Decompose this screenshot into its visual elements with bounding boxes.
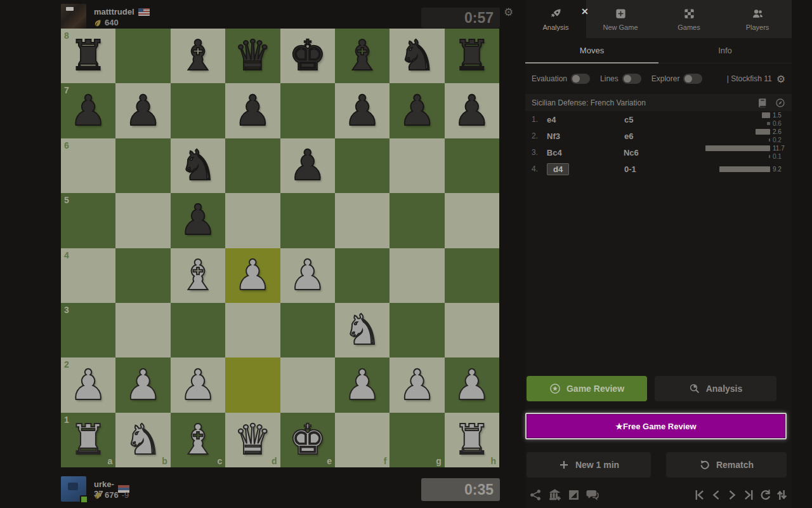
square-g4[interactable] [390,248,444,303]
square-h1[interactable]: h♜ [445,413,499,467]
free-game-review-button[interactable]: ★Free Game Review [525,413,787,439]
tab-new-game[interactable]: New Game [586,0,655,38]
square-f6[interactable] [335,138,390,193]
square-g5[interactable] [390,193,444,248]
square-c8[interactable]: ♝ [171,29,225,83]
square-g3[interactable] [390,303,444,358]
square-a5[interactable]: 5 [61,193,115,248]
square-f7[interactable]: ♟ [335,83,390,138]
black-move-0-1[interactable]: 0-1 [624,164,636,174]
square-f4[interactable] [335,248,390,303]
black-move-e6[interactable]: e6 [624,131,633,141]
square-b4[interactable] [115,248,170,303]
previous-move-icon[interactable] [710,489,722,501]
black-move-c5[interactable]: c5 [624,115,633,124]
library-add-icon[interactable] [548,488,561,502]
rematch-button[interactable]: Rematch [666,452,787,478]
square-a3[interactable]: 3 [61,303,115,358]
tab-games[interactable]: Games [655,0,723,38]
evaluation-toggle[interactable]: Evaluation [532,74,590,84]
square-h5[interactable] [445,193,499,248]
square-e7[interactable] [280,83,335,138]
square-e2[interactable] [280,358,335,412]
square-c4[interactable]: ♝ [171,248,225,303]
square-a6[interactable]: 6 [61,138,115,193]
square-g7[interactable]: ♟ [390,83,444,138]
square-d7[interactable]: ♟ [225,83,280,138]
square-d8[interactable]: ♛ [225,29,280,83]
square-h8[interactable]: ♜ [445,29,499,83]
square-c1[interactable]: c♝ [171,413,225,467]
square-d1[interactable]: d♛ [225,413,280,467]
square-h3[interactable] [445,303,499,358]
square-a2[interactable]: 2♟ [61,358,115,412]
white-move-Bc4[interactable]: Bc4 [547,148,562,157]
square-e4[interactable]: ♟ [280,248,335,303]
square-g6[interactable] [390,138,444,193]
reload-icon[interactable] [759,489,771,501]
square-d6[interactable] [225,138,280,193]
square-h4[interactable] [445,248,499,303]
square-e8[interactable]: ♚ [280,29,335,83]
square-h7[interactable]: ♟ [445,83,499,138]
square-a7[interactable]: 7♟ [61,83,115,138]
top-player-avatar[interactable] [61,4,86,29]
square-g2[interactable]: ♟ [390,358,444,412]
white-move-d4[interactable]: d4 [547,163,569,175]
square-a8[interactable]: 8♜ [61,29,115,83]
black-move-Nc6[interactable]: Nc6 [624,148,639,157]
square-e6[interactable]: ♟ [280,138,335,193]
square-e3[interactable] [280,303,335,358]
explorer-toggle[interactable]: Explorer [652,74,703,84]
square-b2[interactable]: ♟ [115,358,170,412]
tab-players[interactable]: Players [723,0,792,38]
engine-settings-gear-icon[interactable]: ⚙ [776,73,785,85]
subtab-moves[interactable]: Moves [525,38,658,63]
top-player-name[interactable]: matttrudel [94,7,134,17]
square-b7[interactable]: ♟ [115,83,170,138]
first-move-icon[interactable] [693,489,705,501]
toggle-switch-off[interactable] [571,74,590,84]
last-move-icon[interactable] [743,489,755,501]
close-icon[interactable]: ✕ [581,6,589,17]
square-d5[interactable] [225,193,280,248]
square-f5[interactable] [335,193,390,248]
square-c2[interactable]: ♟ [171,358,225,412]
bottom-player-avatar[interactable] [61,476,86,502]
next-move-icon[interactable] [726,489,738,501]
new-1-min-button[interactable]: New 1 min [527,452,651,478]
tab-analysis[interactable]: Analysis [525,0,586,38]
square-e1[interactable]: e♚ [280,413,335,467]
square-c5[interactable]: ♟ [171,193,225,248]
square-f1[interactable]: f [335,413,390,467]
image-icon[interactable] [567,488,580,502]
square-b6[interactable] [115,138,170,193]
explorer-compass-icon[interactable] [775,98,785,108]
settings-gear-icon[interactable]: ⚙ [504,6,513,18]
share-icon[interactable] [529,488,542,502]
square-a4[interactable]: 4 [61,248,115,303]
square-b1[interactable]: b♞ [115,413,170,467]
subtab-info[interactable]: Info [658,38,792,63]
square-f8[interactable]: ♝ [335,29,390,83]
square-c6[interactable]: ♞ [171,138,225,193]
square-c3[interactable] [171,303,225,358]
toggle-switch-off[interactable] [622,74,641,84]
analysis-button[interactable]: Analysis [655,376,776,401]
opening-book-icon[interactable] [757,98,768,108]
square-g1[interactable]: g [390,413,444,467]
square-d2[interactable] [225,358,280,412]
square-b8[interactable] [115,29,170,83]
square-d3[interactable] [225,303,280,358]
square-b5[interactable] [115,193,170,248]
square-g8[interactable]: ♞ [390,29,444,83]
lines-toggle[interactable]: Lines [600,74,641,84]
square-h2[interactable]: ♟ [445,358,499,412]
square-h6[interactable] [445,138,499,193]
square-d4[interactable]: ♟ [225,248,280,303]
flip-board-icon[interactable] [776,489,788,501]
square-a1[interactable]: 1a♜ [61,413,115,467]
square-e5[interactable] [280,193,335,248]
square-f3[interactable]: ♞ [335,303,390,358]
square-b3[interactable] [115,303,170,358]
